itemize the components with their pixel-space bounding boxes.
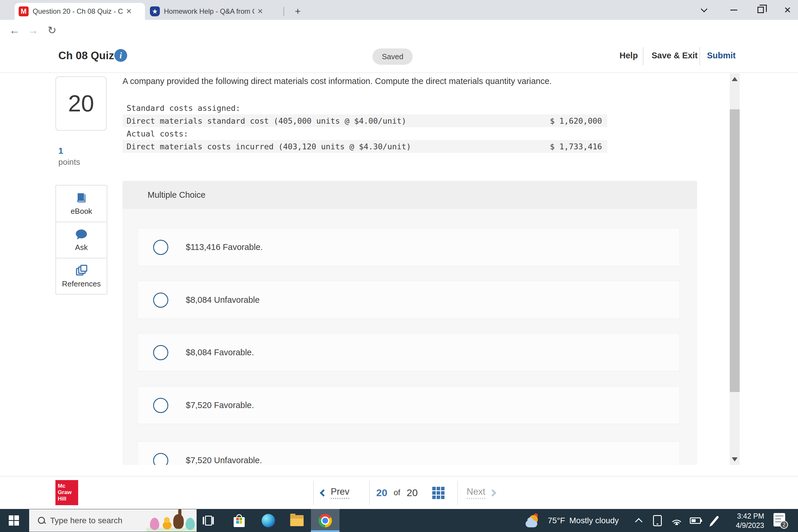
option-e[interactable]: $7,520 Unfavorable. bbox=[137, 441, 680, 465]
page-indicator: 20 of 20 bbox=[376, 477, 444, 509]
prev-button[interactable]: Prev bbox=[321, 477, 349, 509]
quiz-title: Ch 08 Quiz bbox=[58, 50, 114, 62]
taskbar-clock[interactable]: 3:42 PM 4/9/2023 bbox=[712, 509, 764, 532]
taskbar-search[interactable]: Type here to search bbox=[29, 509, 196, 532]
tab-homework-help[interactable]: ★ Homework Help - Q&A from Onl ✕ bbox=[146, 3, 281, 20]
header-divider bbox=[699, 47, 700, 65]
task-view-icon[interactable] bbox=[194, 509, 222, 532]
active-app-indicator bbox=[311, 530, 340, 532]
option-b[interactable]: $8,084 Unfavorable bbox=[137, 281, 680, 319]
tab-search-icon[interactable] bbox=[697, 4, 711, 16]
pages-icon bbox=[75, 264, 88, 277]
tab-close-icon[interactable]: ✕ bbox=[126, 7, 132, 16]
ask-button[interactable]: Ask bbox=[56, 222, 107, 258]
option-a[interactable]: $113,416 Favorable. bbox=[137, 228, 680, 266]
close-window-button[interactable]: ✕ bbox=[780, 4, 795, 16]
next-label[interactable]: Next bbox=[467, 487, 485, 499]
footer-separator bbox=[313, 481, 314, 505]
row-label: Direct materials standard cost (405,000 … bbox=[122, 116, 550, 126]
points-label: points bbox=[58, 157, 80, 167]
info-icon[interactable]: i bbox=[114, 49, 127, 62]
tab-title: Homework Help - Q&A from Onl bbox=[164, 7, 254, 16]
question-tools: eBook Ask References bbox=[55, 185, 107, 294]
edge-icon[interactable] bbox=[254, 509, 282, 532]
saved-status-badge: Saved bbox=[373, 49, 413, 65]
help-link[interactable]: Help bbox=[620, 51, 638, 60]
battery-icon[interactable] bbox=[686, 509, 705, 532]
row-amount: $ 1,620,000 bbox=[550, 116, 607, 126]
time: 3:42 PM bbox=[737, 511, 764, 520]
new-tab-button[interactable]: + bbox=[292, 5, 304, 18]
reload-icon[interactable]: ↻ bbox=[44, 20, 60, 41]
chrome-taskbar-button[interactable] bbox=[311, 509, 340, 532]
minimize-button[interactable] bbox=[727, 4, 741, 16]
question-map-grid-icon[interactable] bbox=[432, 487, 444, 499]
submit-link[interactable]: Submit bbox=[707, 51, 736, 60]
restore-button[interactable] bbox=[754, 4, 768, 16]
chrome-icon bbox=[319, 514, 332, 527]
start-button-icon[interactable] bbox=[9, 515, 19, 526]
radio-button[interactable] bbox=[153, 345, 168, 360]
option-label: $113,416 Favorable. bbox=[186, 242, 263, 252]
weather-desc[interactable]: Mostly cloudy bbox=[569, 509, 619, 532]
header-divider bbox=[643, 47, 643, 65]
option-label: $8,084 Favorable. bbox=[186, 348, 254, 357]
microsoft-store-icon[interactable] bbox=[225, 509, 253, 532]
radio-button[interactable] bbox=[153, 398, 168, 413]
question-type-band: Multiple Choice bbox=[122, 181, 697, 209]
scroll-down-icon[interactable] bbox=[732, 457, 738, 461]
question-prompt: A company provided the following direct … bbox=[122, 76, 618, 86]
save-exit-link[interactable]: Save & Exit bbox=[651, 51, 698, 60]
prev-label[interactable]: Prev bbox=[331, 487, 349, 499]
desktop-screen: M Question 20 - Ch 08 Quiz - Conn ✕ ★ Ho… bbox=[0, 0, 798, 532]
windows-taskbar: Type here to search bbox=[0, 509, 798, 532]
file-explorer-icon[interactable] bbox=[283, 509, 311, 532]
chevron-left-icon bbox=[320, 489, 327, 496]
content-scrollbar[interactable] bbox=[730, 74, 740, 465]
scroll-up-icon[interactable] bbox=[732, 77, 738, 81]
search-icon bbox=[38, 517, 45, 525]
ebook-label: eBook bbox=[71, 207, 92, 216]
tab-title: Question 20 - Ch 08 Quiz - Conn bbox=[33, 7, 123, 16]
easter-decoration bbox=[146, 509, 196, 532]
radio-button[interactable] bbox=[153, 292, 168, 308]
total-pages: 20 bbox=[406, 487, 418, 498]
radio-button[interactable] bbox=[153, 240, 168, 255]
next-button[interactable]: Next bbox=[467, 477, 495, 509]
chat-bubble-icon bbox=[75, 228, 88, 241]
ebook-button[interactable]: eBook bbox=[56, 186, 107, 222]
browser-toolbar: ← → ↻ ezto.mheducation.com/ext/map/index… bbox=[0, 20, 798, 41]
back-icon[interactable]: ← bbox=[6, 20, 23, 41]
tablet-sync-icon[interactable] bbox=[648, 509, 667, 532]
question-number-card: 20 bbox=[55, 76, 107, 131]
row-amount: $ 1,733,416 bbox=[550, 142, 607, 151]
references-button[interactable]: References bbox=[56, 258, 107, 294]
weather-icon[interactable] bbox=[520, 509, 548, 532]
table-row: Standard costs assigned: bbox=[122, 101, 607, 114]
of-label: of bbox=[394, 488, 400, 497]
option-d[interactable]: $7,520 Favorable. bbox=[137, 386, 680, 424]
question-type-label: Multiple Choice bbox=[148, 181, 205, 209]
forward-icon: → bbox=[25, 20, 41, 41]
row-label: Direct materials costs incurred (403,120… bbox=[122, 142, 550, 151]
answer-options: $113,416 Favorable. $8,084 Unfavorable $… bbox=[122, 209, 697, 465]
wifi-icon[interactable] bbox=[667, 509, 686, 532]
browser-tab-bar: M Question 20 - Ch 08 Quiz - Conn ✕ ★ Ho… bbox=[0, 0, 798, 20]
option-c[interactable]: $8,084 Favorable. bbox=[137, 334, 680, 371]
table-row: Actual costs: bbox=[122, 127, 607, 140]
mcgraw-favicon: M bbox=[19, 6, 28, 16]
radio-button[interactable] bbox=[153, 453, 168, 465]
show-hidden-icons-chevron[interactable] bbox=[629, 509, 648, 532]
row-label: Actual costs: bbox=[122, 129, 602, 138]
weather-temp[interactable]: 75°F bbox=[548, 509, 565, 532]
scrollbar-thumb[interactable] bbox=[730, 109, 740, 392]
quiz-header: Ch 08 Quiz i Saved Help Save & Exit Subm… bbox=[0, 41, 798, 73]
tab-close-icon[interactable]: ✕ bbox=[257, 7, 263, 16]
option-label: $8,084 Unfavorable bbox=[186, 295, 260, 305]
current-page: 20 bbox=[376, 487, 387, 498]
ask-label: Ask bbox=[75, 243, 88, 252]
option-label: $7,520 Favorable. bbox=[186, 400, 254, 410]
notification-center-icon[interactable]: 2 bbox=[774, 513, 786, 528]
tab-question-20[interactable]: M Question 20 - Ch 08 Quiz - Conn ✕ bbox=[15, 3, 145, 20]
references-label: References bbox=[62, 280, 101, 288]
